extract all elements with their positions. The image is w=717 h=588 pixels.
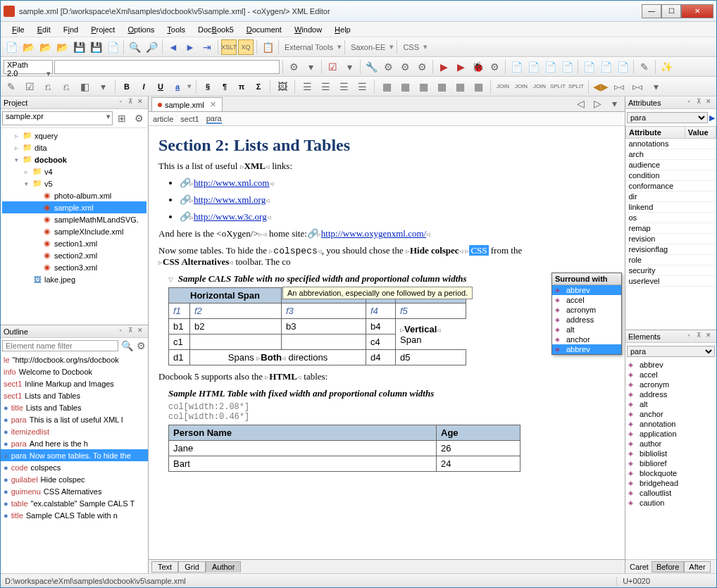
css-label[interactable]: CSS [400, 43, 422, 51]
outline-row[interactable]: ●paraThis is a list of useful XML l [1, 413, 148, 425]
split2-icon[interactable]: SPLIT [568, 79, 584, 94]
elem-item[interactable]: ◈abbrev [625, 360, 716, 370]
table1-icon[interactable]: ▦ [379, 79, 394, 94]
t3-6[interactable]: ▾ [95, 79, 111, 94]
attr-row[interactable]: revisionflag [626, 244, 716, 255]
tree-row[interactable]: ◉sample.xml [2, 201, 146, 213]
outline-row[interactable]: infoWelcome to Docbook [1, 365, 148, 377]
elem-item[interactable]: ◈author [625, 439, 716, 449]
menu-help[interactable]: Help [329, 24, 356, 35]
list2-icon[interactable]: ☰ [318, 79, 333, 94]
link-xml-org[interactable]: http://www.xml.org [194, 194, 266, 205]
minimize-button[interactable]: — [642, 4, 661, 18]
table4-icon[interactable]: ▦ [434, 79, 449, 94]
attr-row[interactable]: audience [626, 160, 716, 170]
xslt-icon[interactable]: XSLT [221, 39, 237, 55]
popup-item[interactable]: ◈acronym [552, 305, 621, 315]
tree-row[interactable]: 🖼lake.jpeg [2, 273, 146, 285]
open-icon[interactable]: 📂 [20, 39, 36, 55]
elem-item[interactable]: ◈acronym [625, 380, 716, 389]
join3-icon[interactable]: JOIN [532, 79, 547, 94]
attr-row[interactable]: revision [626, 234, 716, 244]
tree-row[interactable]: ◉photo-album.xml [2, 189, 146, 201]
tree-row[interactable]: ▾📁v5 [2, 177, 146, 189]
t3-3[interactable]: ⎌ [40, 79, 56, 94]
open2-icon[interactable]: 📂 [37, 39, 53, 55]
tab-close-icon[interactable]: ✕ [210, 100, 216, 109]
outline-row[interactable]: ●guilabelHide colspec [1, 473, 148, 485]
elem-item[interactable]: ◈accel [625, 370, 716, 380]
elems-pin-icon[interactable]: ⊼ [694, 332, 704, 342]
bc-para[interactable]: para [206, 114, 222, 124]
link-oxygen[interactable]: http://www.oxygenxml.com/ [321, 228, 426, 239]
link-w3c[interactable]: http://www.w3c.org [194, 211, 267, 222]
elems-combo[interactable]: para [627, 346, 715, 357]
tree-row[interactable]: ▹📁dita [2, 142, 146, 154]
table3-icon[interactable]: ▦ [416, 79, 431, 94]
menu-document[interactable]: Document [241, 24, 287, 35]
outline-row[interactable]: ●titleSample CALS Table with n [1, 509, 148, 521]
tab-next-icon[interactable]: ▷ [590, 96, 605, 111]
elem-item[interactable]: ◈biblioref [625, 458, 716, 468]
project-combo[interactable]: sample.xpr [2, 111, 113, 125]
outline-settings-icon[interactable]: ⚙ [134, 338, 148, 354]
xpath-input[interactable] [54, 60, 280, 74]
sigma-button[interactable]: Σ [251, 80, 266, 94]
elem-item[interactable]: ◈bridgehead [625, 478, 716, 488]
elems-restore-icon[interactable]: ▫ [684, 332, 694, 342]
xpath-combo[interactable]: XPath 2.0 [4, 60, 53, 74]
menu-options[interactable]: Options [122, 24, 160, 35]
outline-row[interactable]: sect1Lists and Tables [1, 389, 148, 401]
tree-row[interactable]: ▹📁xquery [2, 130, 146, 142]
elem-item[interactable]: ◈annotation [625, 419, 716, 429]
outline-pin-icon[interactable]: ⊼ [125, 327, 135, 337]
tb-b4[interactable]: 📄 [559, 59, 575, 75]
attrs-go-icon[interactable]: ▶ [709, 113, 715, 123]
tab-sample[interactable]: sample.xml ✕ [151, 97, 223, 111]
play-icon[interactable]: ▶ [436, 59, 451, 75]
outline-row[interactable]: ●guimenuCSS Alternatives [1, 485, 148, 497]
tree-row[interactable]: ◉sampleXInclude.xml [2, 225, 146, 237]
table6-icon[interactable]: ▦ [470, 79, 486, 94]
menu-window[interactable]: Window [289, 24, 328, 35]
menu-file[interactable]: File [6, 24, 30, 35]
section-button[interactable]: § [201, 80, 215, 94]
search-icon[interactable]: 🔍 [127, 39, 142, 55]
proj-btn1[interactable]: ⊞ [114, 111, 130, 126]
outline-row[interactable]: ●paraNow some tables. To hide the [1, 449, 148, 461]
outline-close-icon[interactable]: ✕ [135, 327, 145, 337]
attr-row[interactable]: conformance [626, 181, 716, 192]
menu-find[interactable]: Find [58, 24, 84, 35]
popup-item[interactable]: ◈accel [552, 295, 621, 305]
open3-icon[interactable]: 📂 [54, 39, 70, 55]
tb-b7[interactable]: 📄 [615, 59, 630, 75]
tb-b6[interactable]: 📄 [598, 59, 613, 75]
tags3-icon[interactable]: ▹◃ [630, 79, 645, 94]
bold-button[interactable]: B [120, 80, 134, 94]
join2-icon[interactable]: JOIN [513, 79, 529, 94]
menu-edit[interactable]: Edit [32, 24, 56, 35]
link-xml-com[interactable]: http://www.xml.com [194, 177, 270, 188]
panel-restore-icon[interactable]: ▫ [116, 98, 125, 108]
attr-row[interactable]: remap [626, 223, 716, 234]
panel-pin-icon[interactable]: ⊼ [125, 98, 135, 108]
attr-row[interactable]: dir [626, 192, 716, 202]
editor-area[interactable]: Section 2: Lists and Tables This is a li… [149, 126, 625, 559]
italic-button[interactable]: I [137, 80, 151, 94]
panel-close-icon[interactable]: ✕ [135, 98, 145, 108]
tb-b5[interactable]: 📄 [581, 59, 597, 75]
math-button[interactable]: π [235, 80, 249, 94]
t3-5[interactable]: ◧ [77, 79, 92, 94]
last-icon[interactable]: ⇥ [199, 39, 215, 55]
outline-row[interactable]: ●titleLists and Tables [1, 401, 148, 413]
attrs-restore-icon[interactable]: ▫ [684, 98, 694, 108]
view-author[interactable]: Author [206, 561, 241, 573]
tb-b2[interactable]: 📄 [525, 59, 541, 75]
tags1-icon[interactable]: ◀▶ [593, 79, 609, 94]
tree-row[interactable]: ◉section1.xml [2, 237, 146, 249]
find-icon[interactable]: 🔎 [144, 39, 159, 55]
tb-a4[interactable]: ⚙ [380, 59, 396, 75]
img-button[interactable]: 🖼 [275, 79, 290, 94]
menu-project[interactable]: Project [85, 24, 120, 35]
split1-icon[interactable]: SPLIT [550, 79, 566, 94]
